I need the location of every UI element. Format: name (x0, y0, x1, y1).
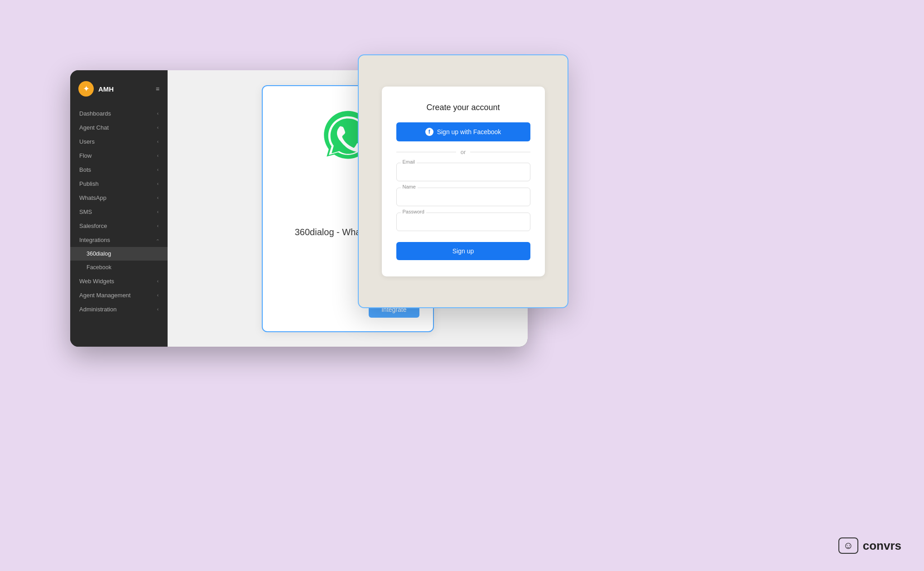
convrs-brand: ☺ convrs (838, 537, 901, 554)
chevron-icon: ‹ (157, 167, 159, 172)
password-label: Password (401, 209, 426, 214)
sidebar-item-flow[interactable]: Flow ‹ (70, 149, 168, 163)
sidebar-nav: Dashboards ‹ Agent Chat ‹ Users ‹ Flow ‹… (70, 106, 168, 316)
convrs-face-icon: ☺ (843, 540, 853, 552)
chevron-icon: ‹ (157, 223, 159, 228)
chevron-icon: ‹ (157, 181, 159, 186)
app-title: AMH (98, 85, 114, 93)
sidebar-item-web-widgets[interactable]: Web Widgets ‹ (70, 274, 168, 288)
chevron-icon: ‹ (155, 239, 160, 241)
email-input[interactable] (396, 163, 530, 181)
facebook-signup-button[interactable]: f Sign up with Facebook (396, 122, 530, 141)
sidebar-item-sms[interactable]: SMS ‹ (70, 205, 168, 219)
sidebar-item-salesforce[interactable]: Salesforce ‹ (70, 219, 168, 233)
sidebar-header: ✦ AMH ≡ (70, 75, 168, 103)
chevron-icon: ‹ (157, 279, 159, 284)
or-divider: or (396, 149, 530, 155)
convrs-logo-icon: ☺ (838, 537, 858, 554)
sidebar-item-agent-management[interactable]: Agent Management ‹ (70, 288, 168, 302)
sidebar-item-bots[interactable]: Bots ‹ (70, 163, 168, 177)
sidebar-item-administration[interactable]: Administration ‹ (70, 302, 168, 316)
name-input[interactable] (396, 188, 530, 206)
sidebar-item-whatsapp[interactable]: WhatsApp ‹ (70, 191, 168, 205)
name-label: Name (401, 184, 418, 189)
chevron-icon: ‹ (157, 139, 159, 144)
chevron-icon: ‹ (157, 307, 159, 312)
chevron-icon: ‹ (157, 293, 159, 298)
chevron-icon: ‹ (157, 153, 159, 158)
sidebar-item-360dialog[interactable]: 360dialog (70, 247, 168, 261)
sidebar-item-facebook[interactable]: Facebook (70, 261, 168, 274)
chevron-icon: ‹ (157, 209, 159, 214)
chevron-icon: ‹ (157, 125, 159, 130)
email-label: Email (401, 159, 417, 165)
sidebar-item-users[interactable]: Users ‹ (70, 135, 168, 149)
sidebar-item-agent-chat[interactable]: Agent Chat ‹ (70, 121, 168, 135)
sidebar-item-publish[interactable]: Publish ‹ (70, 177, 168, 191)
password-input[interactable] (396, 213, 530, 231)
chevron-icon: ‹ (157, 111, 159, 116)
name-form-group: Name (396, 188, 530, 206)
signup-title: Create your account (396, 103, 530, 112)
chevron-icon: ‹ (157, 195, 159, 200)
app-logo: ✦ (78, 81, 94, 97)
sidebar: ✦ AMH ≡ Dashboards ‹ Agent Chat ‹ Users … (70, 70, 168, 347)
signup-panel-outer: Create your account f Sign up with Faceb… (358, 54, 568, 308)
signup-card: Create your account f Sign up with Faceb… (382, 87, 545, 276)
password-form-group: Password (396, 213, 530, 231)
hamburger-icon[interactable]: ≡ (156, 85, 159, 92)
sidebar-item-integrations[interactable]: Integrations ‹ (70, 233, 168, 247)
signup-submit-button[interactable]: Sign up (396, 242, 530, 260)
convrs-name: convrs (863, 539, 901, 553)
sidebar-item-dashboards[interactable]: Dashboards ‹ (70, 106, 168, 121)
email-form-group: Email (396, 163, 530, 181)
facebook-icon: f (425, 128, 433, 136)
